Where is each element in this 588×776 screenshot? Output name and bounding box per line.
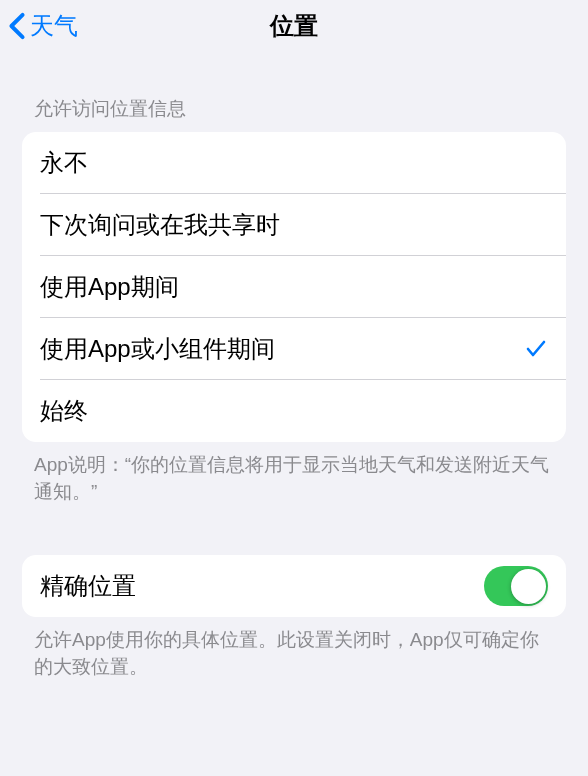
page-title: 位置 — [270, 10, 318, 42]
checkmark-icon — [524, 337, 548, 361]
precise-location-group: 精确位置 — [22, 555, 566, 617]
option-while-using-app-or-widgets[interactable]: 使用App或小组件期间 — [22, 318, 566, 380]
option-label: 使用App期间 — [40, 271, 179, 303]
precise-location-toggle[interactable] — [484, 566, 548, 606]
precise-section-footer: 允许App使用你的具体位置。此设置关闭时，App仅可确定你的大致位置。 — [0, 617, 588, 680]
option-never[interactable]: 永不 — [22, 132, 566, 194]
allow-options-list: 永不 下次询问或在我共享时 使用App期间 使用App或小组件期间 始终 — [22, 132, 566, 442]
option-label: 永不 — [40, 147, 88, 179]
option-while-using-app[interactable]: 使用App期间 — [22, 256, 566, 318]
chevron-left-icon — [8, 12, 26, 40]
option-label: 下次询问或在我共享时 — [40, 209, 280, 241]
precise-location-label: 精确位置 — [40, 570, 136, 602]
precise-location-row: 精确位置 — [22, 555, 566, 617]
back-button[interactable]: 天气 — [8, 10, 78, 42]
content: 允许访问位置信息 永不 下次询问或在我共享时 使用App期间 使用App或小组件… — [0, 52, 588, 680]
toggle-knob — [511, 569, 546, 604]
option-ask-next-time[interactable]: 下次询问或在我共享时 — [22, 194, 566, 256]
allow-section-footer: App说明：“你的位置信息将用于显示当地天气和发送附近天气通知。” — [0, 442, 588, 505]
option-always[interactable]: 始终 — [22, 380, 566, 442]
back-label: 天气 — [30, 10, 78, 42]
option-label: 始终 — [40, 395, 88, 427]
allow-section-header: 允许访问位置信息 — [0, 96, 588, 132]
option-label: 使用App或小组件期间 — [40, 333, 275, 365]
nav-header: 天气 位置 — [0, 0, 588, 52]
